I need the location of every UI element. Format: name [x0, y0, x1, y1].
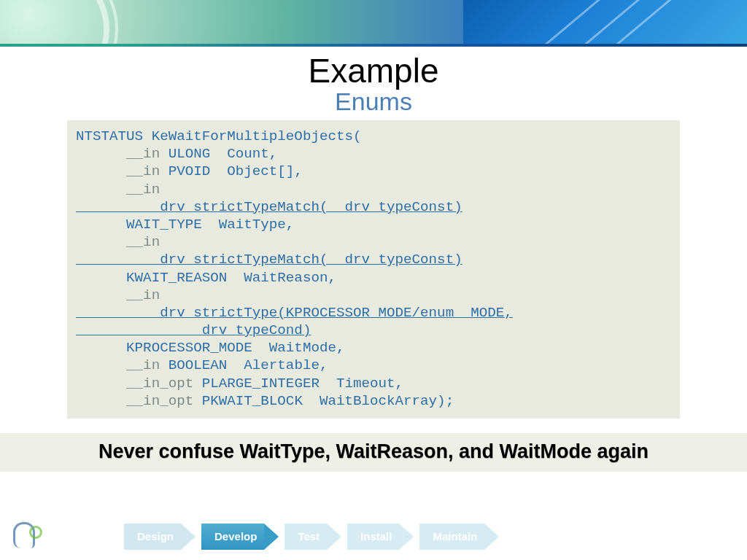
slide-footer: Design Develop Test Install Maintain — [0, 512, 747, 553]
lifecycle-step-test: Test — [285, 524, 327, 550]
lifecycle-arrows: Design Develop Test Install Maintain — [124, 524, 505, 550]
code-line: PKWAIT_BLOCK WaitBlockArray); — [202, 393, 454, 409]
slide-header-banner — [0, 0, 747, 47]
code-keyword-in-opt: __in_opt — [76, 376, 202, 392]
whdc-logo-icon — [13, 522, 42, 553]
code-keyword-in: __in — [76, 287, 160, 303]
code-annotation-link: __drv_strictType(KPROCESSOR_MODE/enum _M… — [76, 305, 513, 321]
lifecycle-label: Test — [298, 530, 320, 542]
callout-text: Never confuse WaitType, WaitReason, and … — [0, 440, 747, 463]
slide-subtitle: Enums — [0, 88, 747, 116]
lifecycle-label: Develop — [214, 530, 257, 542]
banner-accent-stripe — [0, 44, 747, 47]
lifecycle-label: Maintain — [433, 530, 477, 542]
lifecycle-label: Install — [360, 530, 392, 542]
lifecycle-step-develop: Develop — [201, 524, 264, 550]
code-line: WAIT_TYPE WaitType, — [76, 217, 294, 233]
code-example-block: NTSTATUS KeWaitForMultipleObjects( __in … — [67, 120, 680, 419]
code-annotation-link: __drv_strictTypeMatch(__drv_typeConst) — [76, 199, 462, 215]
lifecycle-step-install: Install — [347, 524, 399, 550]
code-annotation-link: __drv_strictTypeMatch(__drv_typeConst) — [76, 252, 462, 268]
code-keyword-in: __in — [76, 234, 160, 250]
banner-tech-left — [0, 0, 284, 47]
code-annotation-link: __drv_typeCond) — [76, 322, 311, 338]
banner-gradient-mid — [284, 0, 463, 47]
code-keyword-in: __in — [76, 357, 169, 373]
code-line: KWAIT_REASON WaitReason, — [76, 270, 336, 286]
code-keyword-in: __in — [76, 146, 169, 162]
banner-circuit-right — [463, 0, 747, 47]
code-line: BOOLEAN Alertable, — [169, 357, 328, 373]
code-line: KPROCESSOR_MODE WaitMode, — [76, 340, 344, 356]
code-line: PVOID Object[], — [169, 163, 303, 179]
code-keyword-in-opt: __in_opt — [76, 393, 202, 409]
code-keyword-in: __in — [76, 182, 160, 198]
callout-band: Never confuse WaitType, WaitReason, and … — [0, 433, 747, 472]
lifecycle-step-maintain: Maintain — [419, 524, 484, 550]
slide-title: Example — [0, 51, 747, 90]
lifecycle-step-design: Design — [124, 524, 181, 550]
code-line: ULONG Count, — [169, 146, 278, 162]
code-line: PLARGE_INTEGER Timeout, — [202, 376, 403, 392]
code-line: NTSTATUS KeWaitForMultipleObjects( — [76, 128, 362, 144]
lifecycle-label: Design — [137, 530, 174, 542]
code-keyword-in: __in — [76, 163, 169, 179]
